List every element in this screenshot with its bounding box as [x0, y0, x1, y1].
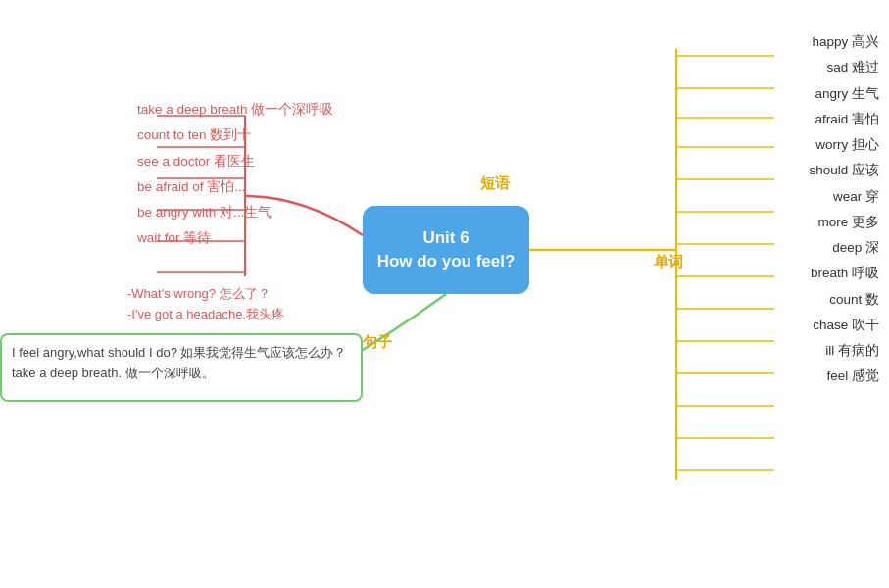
vocab-ill: ill 有病的	[809, 338, 879, 364]
center-line2: How do you feel?	[377, 252, 516, 270]
vocab-wear: wear 穿	[809, 184, 879, 210]
vocab-sad: sad 难过	[809, 55, 879, 80]
vocab-angry: angry 生气	[809, 81, 879, 107]
vocab-count: count 数	[809, 287, 879, 313]
vocab-feel: feel 感觉	[809, 364, 879, 389]
phrase-label: 短语	[480, 174, 510, 193]
vocab-section: happy 高兴 sad 难过 angry 生气 afraid 害怕 worry…	[809, 29, 879, 390]
phrase-item-4: be afraid of 害怕...	[137, 175, 333, 199]
phrase-item-3: see a doctor 看医生	[137, 150, 333, 173]
phrase-item-5: be angry with 对...生气	[137, 201, 333, 224]
dialog-box: -What's wrong? 怎么了？ -I've got a headache…	[127, 284, 284, 325]
phrase-item-6: wait for 等待	[137, 226, 333, 250]
vocab-should: should 应该	[809, 158, 879, 183]
vocab-happy: happy 高兴	[809, 29, 879, 55]
center-node: Unit 6 How do you feel?	[363, 206, 529, 294]
phrase-section: take a deep breath 做一个深呼吸 count to ten 数…	[137, 98, 333, 251]
vocab-worry: worry 担心	[809, 132, 879, 158]
phrase-item-2: count to ten 数到十	[137, 123, 333, 147]
vocab-breath: breath 呼吸	[809, 261, 879, 286]
sentence-box: I feel angry,what should I do? 如果我觉得生气应该…	[0, 333, 363, 402]
sentence-line-1: I feel angry,what should I do? 如果我觉得生气应该…	[12, 343, 351, 364]
sentence-line-2: take a deep breath. 做一个深呼吸。	[12, 364, 351, 384]
dialog-line-2: -I've got a headache.我头疼	[127, 305, 284, 325]
sentence-label: 句子	[363, 333, 392, 352]
vocab-deep: deep 深	[809, 235, 879, 261]
vocab-chase: chase 吹干	[809, 313, 879, 338]
center-line1: Unit 6	[422, 228, 469, 247]
phrase-item-1: take a deep breath 做一个深呼吸	[137, 98, 333, 122]
vocab-afraid: afraid 害怕	[809, 107, 879, 132]
vocab-more: more 更多	[809, 210, 879, 235]
vocab-label: 单词	[654, 253, 683, 271]
dialog-line-1: -What's wrong? 怎么了？	[127, 284, 284, 305]
